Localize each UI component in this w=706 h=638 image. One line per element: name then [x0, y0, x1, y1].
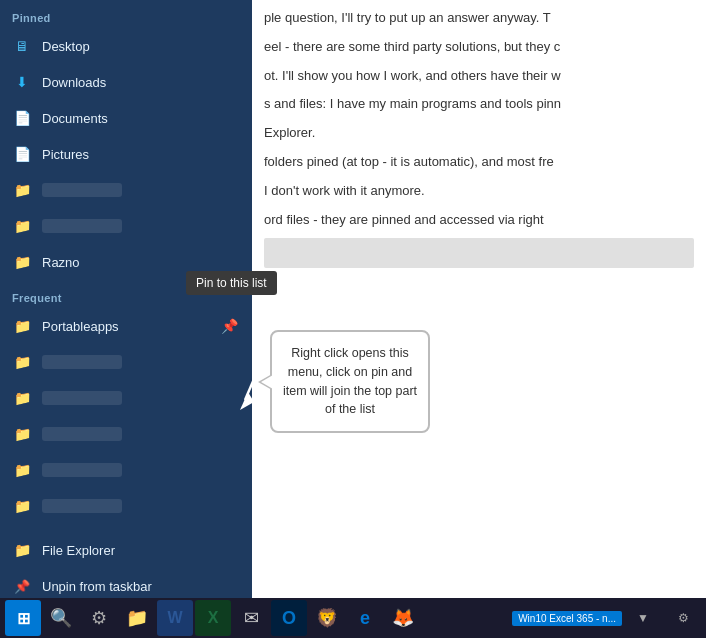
edge-button[interactable]: e: [347, 600, 383, 636]
blurred-label: [42, 183, 122, 197]
razno-icon: 📁: [12, 252, 32, 272]
blurred-label: [42, 391, 122, 405]
sidebar: Pinned 🖥 Desktop ⬇ Downloads 📄 Documents…: [0, 0, 252, 598]
word-button[interactable]: W: [157, 600, 193, 636]
sidebar-item-razno[interactable]: 📁 Razno: [0, 244, 252, 280]
sidebar-item-downloads[interactable]: ⬇ Downloads: [0, 64, 252, 100]
unpin-icon: 📌: [12, 576, 32, 596]
sidebar-item-blurred1[interactable]: 📁: [0, 172, 252, 208]
blurred-label: [42, 355, 122, 369]
sidebar-item-documents[interactable]: 📄 Documents: [0, 100, 252, 136]
taskbar-right: Win10 Excel 365 - n... ▼ ⚙: [512, 600, 702, 636]
callout-bubble: Right click opens this menu, click on pi…: [270, 330, 430, 433]
sidebar-item-freq5[interactable]: 📁: [0, 452, 252, 488]
brave-button[interactable]: 🦁: [309, 600, 345, 636]
sidebar-item-label: Unpin from taskbar: [42, 579, 240, 594]
content-area: ple question, I'll try to put up an answ…: [252, 0, 706, 598]
sidebar-item-label: Pictures: [42, 147, 240, 162]
sidebar-item-label: Documents: [42, 111, 240, 126]
firefox-button[interactable]: 🦊: [385, 600, 421, 636]
documents-icon: 📄: [12, 108, 32, 128]
pinned-label: Pinned: [0, 0, 252, 28]
sidebar-item-freq2[interactable]: 📁: [0, 344, 252, 380]
blurred-label: [42, 499, 122, 513]
sidebar-item-desktop[interactable]: 🖥 Desktop: [0, 28, 252, 64]
start-button[interactable]: ⊞: [5, 600, 41, 636]
gear-button[interactable]: ⚙: [81, 600, 117, 636]
outlook-button[interactable]: O: [271, 600, 307, 636]
desktop-icon: 🖥: [12, 36, 32, 56]
folder-icon: 📁: [12, 460, 32, 480]
sidebar-item-blurred2[interactable]: 📁: [0, 208, 252, 244]
content-line-9: ur: [264, 276, 694, 297]
content-line-2: eel - there are some third party solutio…: [264, 37, 694, 58]
sidebar-item-pictures[interactable]: 📄 Pictures: [0, 136, 252, 172]
excel-button[interactable]: X: [195, 600, 231, 636]
sidebar-item-freq3[interactable]: 📁: [0, 380, 252, 416]
taskbar-extra2[interactable]: ⚙: [665, 600, 701, 636]
folder-icon: 📁: [12, 216, 32, 236]
search-button[interactable]: 🔍: [43, 600, 79, 636]
frequent-label: Frequent: [0, 280, 252, 308]
folder-icon: 📁: [12, 352, 32, 372]
folder-icon: 📁: [12, 496, 32, 516]
sidebar-item-label: Downloads: [42, 75, 240, 90]
sidebar-item-file-explorer[interactable]: 📁 File Explorer: [0, 532, 252, 568]
sidebar-item-portableapps[interactable]: 📁 Portableapps 📌: [0, 308, 252, 344]
folder-icon: 📁: [12, 424, 32, 444]
blurred-label: [42, 219, 122, 233]
content-line-7: I don't work with it anymore.: [264, 181, 694, 202]
portableapps-icon: 📁: [12, 316, 32, 336]
blurred-label: [42, 463, 122, 477]
folder-icon: 📁: [12, 388, 32, 408]
content-line-4: s and files: I have my main programs and…: [264, 94, 694, 115]
pin-button[interactable]: 📌: [218, 315, 240, 337]
sidebar-item-freq4[interactable]: 📁: [0, 416, 252, 452]
content-line-1: ple question, I'll try to put up an answ…: [264, 8, 694, 29]
file-explorer-icon: 📁: [12, 540, 32, 560]
content-bar: [264, 238, 694, 268]
taskbar-extra1[interactable]: ▼: [625, 600, 661, 636]
taskbar: ⊞ 🔍 ⚙ 📁 W X ✉ O 🦁 e 🦊 Win10 Excel 365 - …: [0, 598, 706, 638]
mail-button[interactable]: ✉: [233, 600, 269, 636]
pictures-icon: 📄: [12, 144, 32, 164]
win-label[interactable]: Win10 Excel 365 - n...: [512, 611, 622, 626]
content-line-8: ord files - they are pinned and accessed…: [264, 210, 694, 231]
content-line-5: Explorer.: [264, 123, 694, 144]
sidebar-item-label: File Explorer: [42, 543, 240, 558]
sidebar-item-freq6[interactable]: 📁: [0, 488, 252, 524]
sidebar-item-label: Razno: [42, 255, 240, 270]
folder-icon: 📁: [12, 180, 32, 200]
folder-button[interactable]: 📁: [119, 600, 155, 636]
sidebar-item-label: Desktop: [42, 39, 240, 54]
content-line-3: ot. I'll show you how I work, and others…: [264, 66, 694, 87]
blurred-label: [42, 427, 122, 441]
sidebar-item-label: Portableapps: [42, 319, 218, 334]
downloads-icon: ⬇: [12, 72, 32, 92]
content-line-6: folders pined (at top - it is automatic)…: [264, 152, 694, 173]
